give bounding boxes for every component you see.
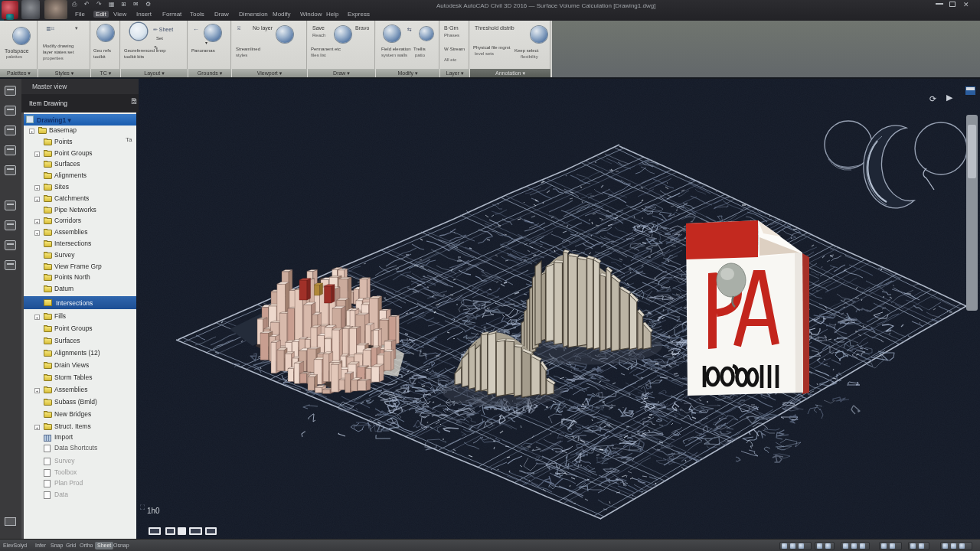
svg-text:⟳: ⟳ bbox=[929, 94, 936, 103]
svg-text:⛶: ⛶ bbox=[140, 504, 145, 511]
svg-text:1h0: 1h0 bbox=[147, 507, 160, 515]
svg-text:▶: ▶ bbox=[946, 93, 953, 102]
